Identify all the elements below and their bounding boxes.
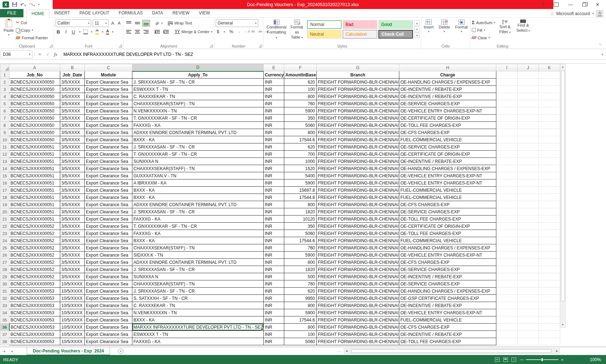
cell-H13[interactable]: OE-INCENTIVE / REBATE-EXP <box>399 158 496 165</box>
row-number[interactable]: 15 <box>0 172 9 179</box>
cell-J35[interactable] <box>518 316 539 324</box>
cell-H23[interactable]: OE-TOLL FEE CHARGES-EXP <box>399 230 496 237</box>
clipboard-dialog-launcher-icon[interactable] <box>49 44 53 48</box>
font-name-dropdown-icon[interactable]: ▾ <box>88 22 89 25</box>
cell-D26[interactable]: SIDXXX.K - TN <box>132 252 264 259</box>
formula-input[interactable]: MARXXX INFRAXXXXXXTURE DEVELOPER PVT LTD… <box>61 52 602 57</box>
cell-I3[interactable] <box>496 86 518 93</box>
cell-F18[interactable]: 17544.6 <box>284 194 317 201</box>
font-color-icon[interactable]: A <box>106 29 109 35</box>
fill-color-icon[interactable] <box>95 29 99 35</box>
cell-A10[interactable]: BCNECSJXXXX00050 <box>9 136 60 143</box>
cell-G1[interactable]: Branch <box>317 71 399 79</box>
cell-D23[interactable]: FAXXXG - KA <box>132 230 264 237</box>
gallery-up-icon[interactable]: ▲ <box>414 20 420 26</box>
cell-J27[interactable] <box>518 259 539 266</box>
cancel-icon[interactable]: ✕ <box>38 52 41 57</box>
cell-C21[interactable]: Export Clearance Sea <box>85 216 132 223</box>
clear-dropdown-icon[interactable]: ▾ <box>488 36 490 39</box>
cell-A38[interactable]: BCNECSJXXXX00053 <box>9 338 60 345</box>
row-number[interactable]: 20 <box>0 208 9 216</box>
cell-K29[interactable] <box>539 273 560 280</box>
cell-I19[interactable] <box>496 201 518 208</box>
cell-D35[interactable]: BXXX - KA <box>132 316 264 324</box>
cell-K8[interactable] <box>539 122 560 129</box>
cell-D4[interactable]: C. RAXXXEKAR - TN <box>132 93 264 100</box>
collapse-ribbon-icon[interactable]: ⌃ <box>599 43 602 47</box>
cell-G29[interactable]: FREIGHT FORWARDING-BLR-CHENNAI <box>317 273 399 280</box>
cell-J23[interactable] <box>518 230 539 237</box>
cell-C38[interactable]: Export Clearance Sea <box>85 338 132 345</box>
cell-F10[interactable]: 17544.6 <box>284 136 317 143</box>
cell-I1[interactable] <box>496 71 518 79</box>
row-number[interactable]: 34 <box>0 309 9 316</box>
cell-E3[interactable]: INR <box>264 86 284 93</box>
cell-B18[interactable]: 3/5/XXXX <box>60 194 85 201</box>
cell-K14[interactable] <box>539 165 560 172</box>
cell-D12[interactable]: T. GNXXXXXKAR - SF - TN - CR <box>132 151 264 158</box>
cell-F1[interactable]: AmountInBase <box>284 71 317 79</box>
find-select-dropdown-icon[interactable]: ▾ <box>528 29 530 32</box>
cell-E35[interactable]: INR <box>264 316 284 324</box>
cell-J26[interactable] <box>518 252 539 259</box>
row-number[interactable]: 1 <box>0 71 9 79</box>
format-as-table-button[interactable]: Format as Table ▾ <box>288 19 306 40</box>
cell-A31[interactable]: BCNECSJXXXX00053 <box>9 288 60 295</box>
cell-F27[interactable]: 800 <box>284 259 317 266</box>
redo-button[interactable]: ↷▾ <box>29 1 35 8</box>
align-bottom-icon[interactable] <box>142 20 150 27</box>
row-number[interactable]: 18 <box>0 194 9 201</box>
cell-J29[interactable] <box>518 273 539 280</box>
cell-G15[interactable]: FREIGHT FORWARDING-BLR-CHENNAI <box>317 172 399 179</box>
align-left-icon[interactable] <box>125 28 133 35</box>
cell-G16[interactable]: FREIGHT FORWARDING-BLR-CHENNAI <box>317 179 399 187</box>
cell-B30[interactable]: 10/5/XXXX <box>60 280 85 288</box>
cell-G30[interactable]: FREIGHT FORWARDING-BLR-CHENNAI <box>317 280 399 288</box>
cell-D6[interactable]: N.VENKXXXXXN - TN <box>132 107 264 115</box>
cell-J37[interactable] <box>518 331 539 338</box>
cell-C17[interactable]: Export Clearance Sea <box>85 187 132 194</box>
cell-I32[interactable] <box>496 295 518 302</box>
format-dropdown-icon[interactable]: ▾ <box>461 30 462 34</box>
cell-B13[interactable]: 3/5/XXXX <box>60 158 85 165</box>
cell-H25[interactable]: OE-HANDLING CHARGES / EXPENSES-EXP <box>399 244 496 252</box>
cell-K32[interactable] <box>539 295 560 302</box>
style-normal[interactable]: Normal <box>307 20 342 29</box>
cell-E9[interactable]: INR <box>264 129 284 136</box>
normal-view-icon[interactable] <box>495 358 500 362</box>
cell-H35[interactable]: FUEL-COMMERCIAL VEHICLE <box>399 316 496 324</box>
cell-D21[interactable]: FAXXXG - KA <box>132 216 264 223</box>
minimize-icon[interactable]: — <box>568 2 573 7</box>
align-right-icon[interactable] <box>142 28 150 35</box>
number-dialog-launcher-icon[interactable] <box>259 44 262 48</box>
cell-C5[interactable]: Export Clearance Sea <box>85 100 132 107</box>
cell-A12[interactable]: BCNECSJXXXX00051 <box>9 151 60 158</box>
cell-D17[interactable]: BXXX - KA <box>132 187 264 194</box>
cell-G32[interactable]: FREIGHT FORWARDING-BLR-CHENNAI <box>317 295 399 302</box>
cell-H17[interactable]: FUEL-COMMERCIAL VEHICLE <box>399 187 496 194</box>
cell-H12[interactable]: OE-CERTIFICATE OF ORIGIN-EXP <box>399 151 496 158</box>
cell-I9[interactable] <box>496 129 518 136</box>
redo-dropdown-icon[interactable]: ▾ <box>33 4 35 7</box>
row-number[interactable]: 35 <box>0 316 9 324</box>
cell-C6[interactable]: Export Clearance Sea <box>85 107 132 115</box>
cell-J9[interactable] <box>518 129 539 136</box>
account-area[interactable]: ⚠ Microsoft account ▾ <box>550 10 603 17</box>
cell-I15[interactable] <box>496 172 518 179</box>
cell-G19[interactable]: FREIGHT FORWARDING-BLR-CHENNAI <box>317 201 399 208</box>
cell-B17[interactable]: 3/5/XXXX <box>60 187 85 194</box>
cell-B20[interactable]: 3/5/XXXX <box>60 208 85 216</box>
row-number[interactable]: 3 <box>0 86 9 93</box>
increase-decimal-icon[interactable]: ←.0 .00 <box>245 30 255 33</box>
sort-filter-dropdown-icon[interactable]: ▾ <box>509 31 511 34</box>
cell-K18[interactable] <box>539 194 560 201</box>
cell-E1[interactable]: Currency <box>264 71 284 79</box>
cell-A13[interactable]: BCNECSJXXXX00051 <box>9 158 60 165</box>
merge-center-dropdown-icon[interactable]: ▾ <box>211 30 212 34</box>
alignment-dialog-launcher-icon[interactable] <box>210 44 213 48</box>
cell-H9[interactable]: OE-CFS CHARGES-EXP <box>399 129 496 136</box>
delete-cells-button[interactable]: Delete▾ <box>437 19 452 34</box>
cell-J25[interactable] <box>518 244 539 252</box>
cell-H15[interactable]: OE-VEHICLE ENTRY CHARGES-EXP-NT <box>399 172 496 179</box>
cell-C34[interactable]: Export Clearance Sea <box>85 309 132 316</box>
